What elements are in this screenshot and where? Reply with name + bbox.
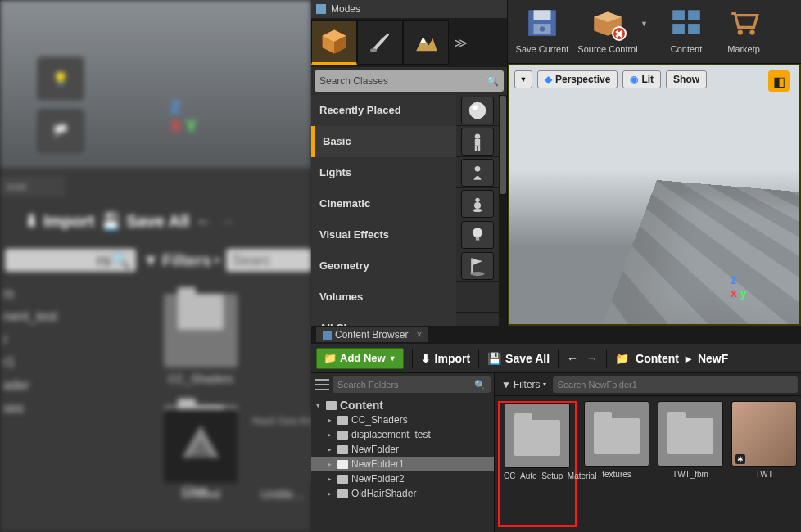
main-toolbar: Save Current Source Control ▼ Content Ma… <box>508 0 801 64</box>
add-new-button[interactable]: 📁 Add New ▼ <box>316 348 404 369</box>
nav-fwd-button[interactable]: → <box>219 212 235 231</box>
source-control-dropdown[interactable]: ▼ <box>640 3 654 28</box>
asset-item[interactable]: CC_Shaders <box>164 282 238 385</box>
perspective-button[interactable]: ◆Perspective <box>537 70 618 88</box>
stacked-spheres-icon <box>461 190 494 218</box>
search-folders-input[interactable]: Search Folders 🔍 <box>333 376 491 393</box>
category-cinematic[interactable]: Cinematic <box>311 188 499 219</box>
category-geometry[interactable]: Geometry <box>311 250 499 282</box>
floppy-icon <box>523 3 561 41</box>
tree-node-selected[interactable]: ▸NewFolder1 <box>311 457 494 471</box>
tree-node[interactable]: ▸CC_Shaders <box>311 413 494 427</box>
more-modes-button[interactable]: ≫ <box>449 20 472 65</box>
folder-search-input[interactable]: rs 🔍 <box>5 249 136 272</box>
tree-node[interactable]: ▸displacement_test <box>311 427 494 442</box>
viewport-area: 💡 🏳️ ZX Y <box>0 0 311 168</box>
show-button[interactable]: Show <box>666 70 707 88</box>
svg-rect-20 <box>471 258 473 273</box>
category-visual-effects[interactable]: Visual Effects <box>311 219 499 250</box>
asset-folder[interactable]: TWT_fbm <box>657 401 724 527</box>
close-tab-icon[interactable]: × <box>416 329 422 340</box>
import-button[interactable]: ⬇Import <box>421 352 471 365</box>
svg-point-18 <box>473 228 482 237</box>
folder-tree-panel: Search Folders 🔍 ▾Content ▸CC_Shaders ▸d… <box>311 373 495 532</box>
filters-dropdown[interactable]: ▼ Filters ▾ <box>498 379 550 390</box>
svg-point-17 <box>473 209 482 212</box>
nav-fwd-button[interactable]: → <box>586 352 598 365</box>
content-button[interactable]: Content <box>654 3 719 54</box>
save-all-button[interactable]: 💾Save All <box>101 211 189 231</box>
save-all-button[interactable]: 💾Save All <box>487 352 550 365</box>
content-browser-tab[interactable]: Content Browser × <box>316 327 428 342</box>
category-recently-placed[interactable]: Recently Placed <box>311 95 499 126</box>
viewport-options-dropdown[interactable]: ▼ <box>514 70 532 88</box>
asset-item[interactable]: MapE Data Re Untitle… <box>246 409 319 501</box>
asset-search-input[interactable]: Searc <box>226 249 311 272</box>
filters-dropdown[interactable]: ▼Filters▾ <box>143 251 219 270</box>
category-basic[interactable]: Basic <box>311 126 499 157</box>
svg-point-9 <box>472 105 477 110</box>
content-tab-icon <box>323 331 332 340</box>
svg-marker-6 <box>416 37 437 51</box>
source-control-button[interactable]: Source Control <box>575 3 640 54</box>
folder-tree[interactable]: ▾Content ▸CC_Shaders ▸displacement_test … <box>311 396 494 532</box>
modes-tab-icon <box>316 4 326 14</box>
import-button[interactable]: ⬇Import <box>25 211 94 231</box>
marketplace-button[interactable]: Marketp <box>719 3 768 54</box>
nav-back-button[interactable]: ← <box>567 352 578 365</box>
folder-tree[interactable]: rs nent_test r r1 ader ses <box>0 282 164 420</box>
svg-point-15 <box>475 197 479 201</box>
brush-icon <box>367 29 393 56</box>
category-lights[interactable]: Lights <box>311 157 499 188</box>
svg-rect-11 <box>475 138 480 145</box>
filter-icon: ▼ <box>501 379 511 390</box>
save-current-button[interactable]: Save Current <box>509 3 575 54</box>
nav-back-button[interactable]: ← <box>196 212 212 231</box>
svg-rect-27 <box>688 10 700 20</box>
asset-folder[interactable]: textures <box>583 401 650 527</box>
content-browser-tab[interactable]: wser <box>0 176 66 196</box>
svg-point-14 <box>475 166 481 172</box>
tree-node-content[interactable]: ▾Content <box>311 398 494 413</box>
tree-menu-button[interactable] <box>315 377 329 392</box>
paint-mode-button[interactable] <box>357 20 403 65</box>
placed-thumb: 💡 <box>38 57 84 100</box>
level-icon <box>178 423 224 469</box>
category-volumes[interactable]: Volumes <box>311 282 499 313</box>
svg-rect-26 <box>672 10 685 20</box>
floor-mesh <box>597 180 801 326</box>
asset-texture[interactable]: ✱ TWT <box>731 401 798 527</box>
cube-icon <box>319 27 349 56</box>
svg-point-21 <box>470 271 484 275</box>
place-mode-button[interactable] <box>311 20 357 65</box>
search-assets-input[interactable]: Search NewFolder1 <box>553 376 798 393</box>
flag-icon <box>461 252 494 280</box>
category-scrollbar[interactable] <box>499 95 507 344</box>
mode-toolbar: ≫ <box>311 18 507 67</box>
modes-tab[interactable]: Modes <box>311 0 507 18</box>
svg-rect-23 <box>534 10 551 20</box>
viewport-gizmo-button[interactable]: ◧ <box>768 70 790 92</box>
tree-node[interactable]: ▸OldHairShader <box>311 486 494 501</box>
cart-icon <box>725 3 763 41</box>
level-viewport[interactable]: ▼ ◆Perspective ◉Lit Show ◧ zx y <box>508 64 801 326</box>
left-duplicate-blurred: 💡 🏳️ ZX Y wser ⬇Import 💾Save All ← → rs … <box>0 0 311 532</box>
cb-toolbar: ⬇Import 💾Save All ← → <box>0 205 311 237</box>
filter-icon: ▼ <box>143 251 159 270</box>
content-browser-panel: Content Browser × 📁 Add New ▼ ⬇Import 💾S… <box>311 326 801 532</box>
save-icon: 💾 <box>487 352 501 365</box>
svg-point-8 <box>469 101 486 119</box>
breadcrumb[interactable]: 📁 Content ▸ NewF <box>615 352 728 365</box>
asset-panel: ▼ Filters ▾ Search NewFolder1 CC_Auto_Se… <box>495 373 801 532</box>
asset-item[interactable]: Untitled <box>164 409 238 501</box>
tree-node[interactable]: ▸NewFolder <box>311 442 494 457</box>
tree-node[interactable]: ▸NewFolder2 <box>311 471 494 486</box>
asset-folder-highlighted[interactable]: CC_Auto_Setup_Material <box>498 401 577 527</box>
lit-button[interactable]: ◉Lit <box>622 70 661 88</box>
svg-point-30 <box>738 29 743 34</box>
search-classes-input[interactable]: Search Classes 🔍 <box>315 70 504 92</box>
search-icon: 🔍 <box>486 75 499 87</box>
landscape-mode-button[interactable] <box>403 20 449 65</box>
search-icon: 🔍 <box>474 380 486 390</box>
content-grid-icon <box>668 3 705 41</box>
